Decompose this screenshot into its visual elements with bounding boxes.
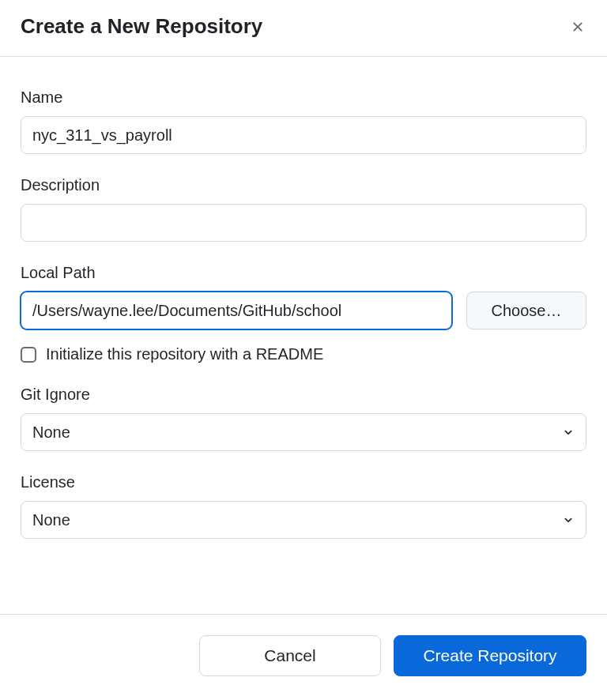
license-label: License <box>21 473 586 491</box>
readme-checkbox-label[interactable]: Initialize this repository with a README <box>46 345 323 363</box>
name-field-group: Name <box>21 88 586 154</box>
description-field-group: Description <box>21 176 586 242</box>
choose-button[interactable]: Choose… <box>466 292 586 329</box>
local-path-input[interactable] <box>21 292 452 329</box>
create-repository-button[interactable]: Create Repository <box>394 635 586 676</box>
git-ignore-select[interactable]: None <box>21 413 586 451</box>
git-ignore-label: Git Ignore <box>21 386 586 404</box>
description-label: Description <box>21 176 586 194</box>
readme-checkbox-row: Initialize this repository with a README <box>21 345 586 363</box>
readme-checkbox[interactable] <box>21 347 36 363</box>
dialog-footer: Cancel Create Repository <box>0 614 607 700</box>
name-input[interactable] <box>21 116 586 154</box>
local-path-field-group: Local Path Choose… <box>21 264 586 329</box>
git-ignore-field-group: Git Ignore None <box>21 386 586 451</box>
name-label: Name <box>21 88 586 107</box>
license-field-group: License None <box>21 473 586 539</box>
license-select[interactable]: None <box>21 501 586 539</box>
dialog-body: Name Description Local Path Choose… Init… <box>0 57 607 614</box>
close-icon[interactable] <box>569 18 586 36</box>
git-ignore-select-wrapper: None <box>21 413 586 451</box>
cancel-button[interactable]: Cancel <box>199 635 381 676</box>
local-path-label: Local Path <box>21 264 586 282</box>
description-input[interactable] <box>21 204 586 242</box>
license-select-wrapper: None <box>21 501 586 539</box>
dialog-header: Create a New Repository <box>0 0 607 57</box>
create-repository-dialog: Create a New Repository Name Description… <box>0 0 607 700</box>
local-path-row: Choose… <box>21 292 586 329</box>
dialog-title: Create a New Repository <box>21 14 262 39</box>
